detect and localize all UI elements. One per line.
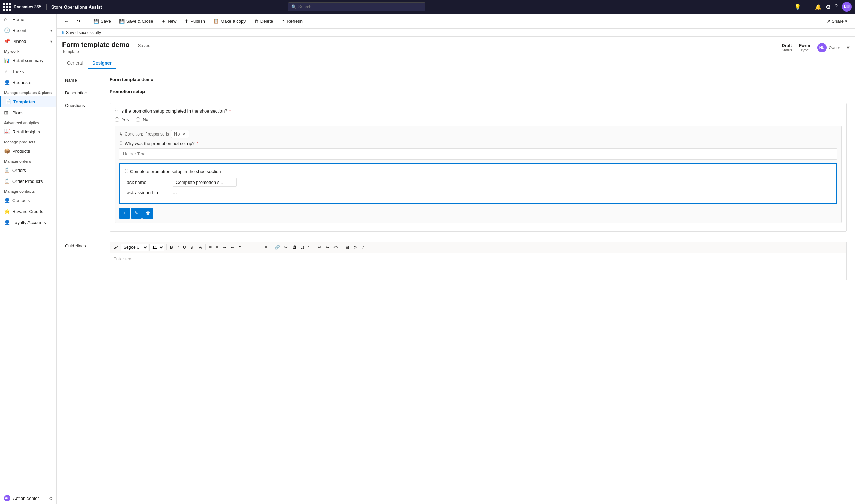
questions-label: Questions bbox=[65, 102, 110, 108]
numbered-list-button[interactable]: ≔ bbox=[255, 244, 262, 251]
app-logo[interactable]: Dynamics 365 | Store Operations Assist bbox=[3, 3, 102, 11]
manage-templates-section: Manage templates & plans bbox=[0, 88, 56, 96]
form-tabs: General Designer bbox=[62, 58, 850, 69]
tab-general[interactable]: General bbox=[62, 58, 88, 69]
undo-button[interactable]: ↩ bbox=[316, 244, 323, 251]
copy-button[interactable]: 📋 Make a copy bbox=[210, 17, 249, 25]
bell-icon[interactable]: 🔔 bbox=[815, 4, 822, 10]
highlight-button[interactable]: 🖊 bbox=[189, 244, 196, 251]
user-avatar[interactable]: NU bbox=[842, 2, 852, 12]
sidebar-item-label: Loyalty Accounts bbox=[12, 220, 46, 225]
redo-button[interactable]: ↪ bbox=[324, 244, 331, 251]
radio-group-1: Yes No bbox=[115, 117, 842, 122]
back-button[interactable]: ← bbox=[61, 17, 72, 25]
underline-button[interactable]: U bbox=[181, 244, 188, 251]
sidebar-item-retail-summary[interactable]: 📊 Retail summary bbox=[0, 55, 56, 66]
helper-text-input[interactable] bbox=[119, 148, 837, 160]
share-button[interactable]: ↗ Share ▾ bbox=[823, 17, 851, 25]
quote-button[interactable]: ❝ bbox=[237, 244, 242, 251]
sidebar-item-requests[interactable]: 👤 Requests bbox=[0, 77, 56, 88]
orders-icon: 📋 bbox=[4, 167, 10, 173]
align-left-button[interactable]: ≡ bbox=[207, 244, 213, 251]
align-center-button[interactable]: ≡ bbox=[214, 244, 220, 251]
save-close-button[interactable]: 💾 Save & Close bbox=[116, 17, 157, 25]
plus-icon[interactable]: ＋ bbox=[805, 3, 811, 11]
sidebar-item-label: Products bbox=[12, 149, 30, 154]
image-button[interactable]: 🖼 bbox=[290, 244, 298, 251]
search-box[interactable]: 🔍 bbox=[288, 2, 425, 11]
sidebar-item-reward-credits[interactable]: ⭐ Reward Credits bbox=[0, 206, 56, 217]
radio-no[interactable]: No bbox=[136, 117, 148, 122]
sidebar-item-pinned[interactable]: 📌 Pinned ▾ bbox=[0, 36, 56, 47]
source-button[interactable]: <> bbox=[332, 244, 340, 251]
grid-menu-icon[interactable] bbox=[3, 3, 11, 11]
font-size-select[interactable]: 11 bbox=[149, 244, 164, 251]
save-close-icon: 💾 bbox=[119, 19, 125, 24]
refresh-icon: ↺ bbox=[281, 19, 285, 24]
form-type-value: Form bbox=[799, 43, 810, 48]
save-icon: 💾 bbox=[93, 19, 99, 24]
collapse-icon[interactable]: ▾ bbox=[847, 44, 850, 51]
sidebar-item-home[interactable]: ⌂ Home bbox=[0, 14, 56, 25]
drag-handle-1[interactable]: ⠿ bbox=[115, 108, 118, 114]
indent-button[interactable]: ⇥ bbox=[221, 244, 228, 251]
guidelines-text-area[interactable]: Enter text... bbox=[110, 253, 847, 280]
sidebar-item-label: Contacts bbox=[12, 198, 30, 203]
unlink-button[interactable]: ✂ bbox=[283, 244, 289, 251]
sidebar-item-products[interactable]: 📦 Products bbox=[0, 145, 56, 156]
refresh-button[interactable]: ↺ Refresh bbox=[278, 17, 306, 25]
sidebar-item-loyalty-accounts[interactable]: 👤 Loyalty Accounts bbox=[0, 217, 56, 228]
sidebar-item-recent[interactable]: 🕐 Recent ▾ bbox=[0, 25, 56, 36]
special-char-button[interactable]: Ω bbox=[299, 244, 306, 251]
condition-remove-button[interactable]: ✕ bbox=[182, 131, 186, 137]
drag-handle-sub-1[interactable]: ⠿ bbox=[119, 141, 123, 146]
tab-designer[interactable]: Designer bbox=[88, 58, 116, 69]
form-status-block: Draft Status bbox=[782, 43, 792, 52]
drag-handle-task-1[interactable]: ⠿ bbox=[125, 168, 128, 174]
edit-button[interactable]: ✎ bbox=[131, 208, 142, 219]
form-title: Form template demo bbox=[62, 41, 130, 49]
lightbulb-icon[interactable]: 💡 bbox=[794, 4, 801, 10]
new-icon: ＋ bbox=[161, 18, 166, 24]
help-icon[interactable]: ? bbox=[835, 4, 838, 10]
radio-yes[interactable]: Yes bbox=[115, 117, 129, 122]
outdent-button[interactable]: ⇤ bbox=[229, 244, 236, 251]
new-button[interactable]: ＋ New bbox=[158, 16, 180, 26]
search-input[interactable] bbox=[298, 4, 422, 9]
settings-icon[interactable]: ⚙ bbox=[826, 4, 831, 10]
publish-button[interactable]: ⬆ Publish bbox=[181, 17, 208, 25]
sidebar-item-orders[interactable]: 📋 Orders bbox=[0, 165, 56, 176]
rtb-format-button[interactable]: 🖌 bbox=[112, 244, 119, 251]
sidebar-item-contacts[interactable]: 👤 Contacts bbox=[0, 195, 56, 206]
publish-label: Publish bbox=[190, 19, 205, 24]
sidebar-item-retail-insights[interactable]: 📈 Retail insights bbox=[0, 126, 56, 137]
font-select[interactable]: Segoe UI bbox=[121, 244, 148, 251]
paragraph-button[interactable]: ¶ bbox=[307, 244, 312, 251]
task-name-input[interactable] bbox=[173, 178, 237, 187]
forward-button[interactable]: ↷ bbox=[73, 17, 84, 25]
italic-button[interactable]: I bbox=[176, 244, 180, 251]
sidebar-item-action-center[interactable]: AC Action center ◇ bbox=[0, 492, 56, 504]
align-justify-button[interactable]: ≡ bbox=[263, 244, 269, 251]
copy-icon: 📋 bbox=[213, 19, 219, 24]
sidebar-item-label: Action center bbox=[13, 496, 39, 501]
font-color-button[interactable]: A bbox=[197, 244, 204, 251]
delete-question-button[interactable]: 🗑 bbox=[142, 208, 153, 219]
owner-label: Owner bbox=[829, 46, 840, 50]
help-rtb-button[interactable]: ? bbox=[360, 244, 366, 251]
add-question-button[interactable]: ＋ bbox=[119, 208, 130, 219]
delete-button[interactable]: 🗑 Delete bbox=[251, 17, 277, 25]
sidebar-item-plans[interactable]: ⊞ Plans bbox=[0, 107, 56, 118]
bold-button[interactable]: B bbox=[168, 244, 175, 251]
table-button[interactable]: ⊞ bbox=[344, 244, 351, 251]
sidebar-item-tasks[interactable]: ✓ Tasks bbox=[0, 66, 56, 77]
sidebar-item-order-products[interactable]: 📋 Order Products bbox=[0, 176, 56, 187]
save-button[interactable]: 💾 Save bbox=[90, 17, 114, 25]
bullet-list-button[interactable]: ≔ bbox=[246, 244, 254, 251]
form-title-row: Form template demo - Saved Template Draf… bbox=[62, 41, 850, 54]
sidebar-item-templates[interactable]: 📄 Templates bbox=[0, 96, 56, 107]
table-settings-button[interactable]: ⚙ bbox=[352, 244, 359, 251]
radio-circle-yes bbox=[115, 117, 119, 122]
question-text-1: ⠿ Is the promotion setup completed in th… bbox=[115, 108, 842, 114]
link-button[interactable]: 🔗 bbox=[273, 244, 282, 251]
